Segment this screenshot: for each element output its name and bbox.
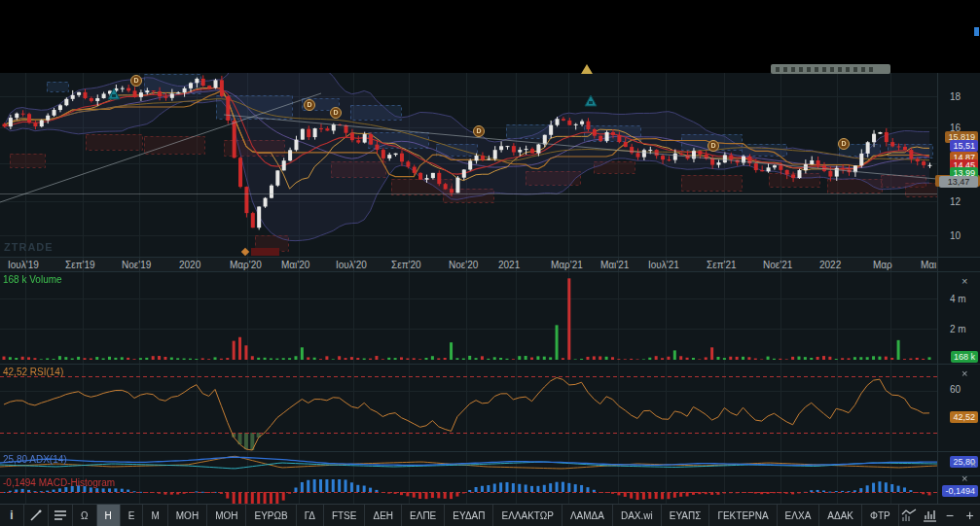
x-axis-label: Μαρ'20 bbox=[230, 260, 262, 270]
symbol-tab-ευδαπ[interactable]: ΕΥΔΑΠ bbox=[445, 505, 493, 526]
adx-close-button[interactable]: × bbox=[970, 459, 976, 469]
price-axis[interactable]: 18161412104 m2 m6015,81915,5114,8714,451… bbox=[937, 73, 980, 504]
symbol-tab-ελλακτωρ[interactable]: ΕΛΛΑΚΤΩΡ bbox=[493, 505, 562, 526]
symbol-tab-strip: ΩΗΕΜΜΟΗΜΟΗΕΥΡΩΒΓΔFTSEΔΕΗΕΛΠΕΕΥΔΑΠΕΛΛΑΚΤΩ… bbox=[73, 505, 899, 526]
x-axis-label: Νοε'21 bbox=[763, 260, 792, 270]
panel-separator bbox=[0, 364, 980, 365]
x-axis-label: Ιουλ'19 bbox=[8, 260, 39, 270]
rsi-label: 42,52 RSI(14) bbox=[3, 367, 63, 377]
panel-separator bbox=[0, 271, 980, 272]
symbol-tab-μοη[interactable]: ΜΟΗ bbox=[207, 505, 246, 526]
line-chart-button[interactable] bbox=[899, 505, 920, 526]
price-badge: 15,51 bbox=[950, 140, 978, 152]
x-axis-label: Μαι bbox=[921, 260, 936, 270]
rsi-close-button[interactable]: × bbox=[962, 368, 967, 378]
price-badge: 168 k bbox=[951, 351, 978, 363]
symbol-tab-φτρ[interactable]: ΦΤΡ bbox=[862, 505, 899, 526]
symbol-tab-αδακ[interactable]: ΑΔΑΚ bbox=[819, 505, 862, 526]
axis-tick-label: 12 bbox=[950, 196, 961, 207]
zoom-out-button[interactable]: − bbox=[939, 505, 960, 526]
price-badge: 13,47 bbox=[939, 176, 978, 188]
axis-tick-label: 60 bbox=[950, 384, 961, 395]
x-axis-label: Νοε'19 bbox=[122, 260, 151, 270]
bottom-toolbar: i ΩΗΕΜΜΟΗΜΟΗΕΥΡΩΒΓΔFTSEΔΕΗΕΛΠΕΕΥΔΑΠΕΛΛΑΚ… bbox=[0, 504, 980, 526]
trading-app-window: Ιουλ'19Σεπ'19Νοε'192020Μαρ'20Μαι'20Ιουλ'… bbox=[0, 0, 980, 526]
info-tool[interactable]: i bbox=[0, 505, 24, 526]
top-black-band bbox=[0, 0, 980, 73]
x-axis-label: Μαι'20 bbox=[281, 260, 309, 270]
ztrade-watermark: ZTRADE bbox=[4, 241, 54, 253]
date-axis[interactable]: Ιουλ'19Σεπ'19Νοε'192020Μαρ'20Μαι'20Ιουλ'… bbox=[0, 258, 937, 272]
x-axis-label: Νοε'20 bbox=[449, 260, 478, 270]
panel-separator bbox=[0, 257, 980, 258]
symbol-tab-ελχα[interactable]: ΕΛΧΑ bbox=[778, 505, 820, 526]
x-axis-label: Ιουλ'21 bbox=[648, 260, 679, 270]
symbol-tab-ftse[interactable]: FTSE bbox=[324, 505, 366, 526]
symbol-tab-γεκτερνα[interactable]: ΓΕΚΤΕΡΝΑ bbox=[709, 505, 777, 526]
x-axis-label: 2021 bbox=[498, 260, 520, 270]
axis-tick-label: 18 bbox=[950, 91, 961, 102]
x-axis-label: Μαρ bbox=[873, 260, 892, 270]
x-axis-label: Σεπ'21 bbox=[707, 260, 737, 270]
alert-triangle-marker[interactable] bbox=[581, 64, 593, 74]
volume-panel-canvas[interactable] bbox=[0, 272, 937, 365]
x-axis-label: 2022 bbox=[819, 260, 841, 270]
x-axis-label: 2020 bbox=[179, 260, 200, 270]
pencil-icon bbox=[29, 508, 43, 522]
symbol-tab-δεη[interactable]: ΔΕΗ bbox=[365, 505, 402, 526]
x-axis-label: Μαρ'21 bbox=[551, 260, 583, 270]
draw-tool[interactable] bbox=[24, 505, 49, 526]
symbol-tab-η[interactable]: Η bbox=[97, 505, 121, 526]
zoom-in-button[interactable]: + bbox=[960, 505, 980, 526]
symbol-tab-λαμδα[interactable]: ΛΑΜΔΑ bbox=[563, 505, 613, 526]
adx-panel-canvas[interactable] bbox=[0, 452, 937, 476]
indicator-list-tool[interactable] bbox=[49, 505, 73, 526]
symbol-tab-ω[interactable]: Ω bbox=[73, 505, 96, 526]
floating-drawing-toolbar[interactable] bbox=[771, 64, 890, 74]
list-icon bbox=[54, 509, 67, 521]
bar-chart-button[interactable] bbox=[920, 505, 940, 526]
x-axis-label: Ιουλ'20 bbox=[336, 260, 367, 270]
volume-close-button[interactable]: × bbox=[962, 276, 967, 286]
symbol-tab-γδ[interactable]: ΓΔ bbox=[297, 505, 324, 526]
symbol-tab-ευρωβ[interactable]: ΕΥΡΩΒ bbox=[246, 505, 296, 526]
macd-label: -0,1494 MACD-Histogram bbox=[3, 477, 115, 488]
symbol-tab-dax.wi[interactable]: DAX.wi bbox=[613, 505, 662, 526]
main-chart-canvas[interactable] bbox=[0, 73, 937, 258]
rsi-panel-canvas[interactable] bbox=[0, 365, 937, 452]
volume-label: 168 k Volume bbox=[3, 274, 62, 285]
axis-tick-label: 10 bbox=[950, 230, 961, 241]
macd-close-button[interactable]: × bbox=[962, 473, 967, 483]
axis-tick-label: 4 m bbox=[950, 294, 966, 304]
symbol-tab-μ[interactable]: Μ bbox=[143, 505, 167, 526]
price-badge: -0,1494 bbox=[942, 485, 978, 497]
bar-chart-icon bbox=[923, 508, 937, 522]
symbol-tab-ευαπς[interactable]: ΕΥΑΠΣ bbox=[662, 505, 710, 526]
scroll-indicator bbox=[974, 27, 979, 36]
x-axis-label: Σεπ'20 bbox=[391, 260, 421, 270]
symbol-tab-ε[interactable]: Ε bbox=[121, 505, 144, 526]
symbol-tab-ελπε[interactable]: ΕΛΠΕ bbox=[402, 505, 445, 526]
panel-separator bbox=[0, 451, 980, 452]
line-chart-icon bbox=[901, 508, 917, 522]
adx-label: 25,80 ADX(14) bbox=[3, 454, 67, 465]
x-axis-label: Μαι'21 bbox=[600, 260, 629, 270]
macd-panel-canvas[interactable] bbox=[0, 476, 937, 504]
panel-separator bbox=[0, 475, 980, 476]
axis-tick-label: 2 m bbox=[950, 324, 966, 334]
symbol-tab-μοη[interactable]: ΜΟΗ bbox=[168, 505, 207, 526]
price-badge: 42,52 bbox=[950, 411, 978, 423]
x-axis-label: Σεπ'19 bbox=[65, 260, 95, 270]
